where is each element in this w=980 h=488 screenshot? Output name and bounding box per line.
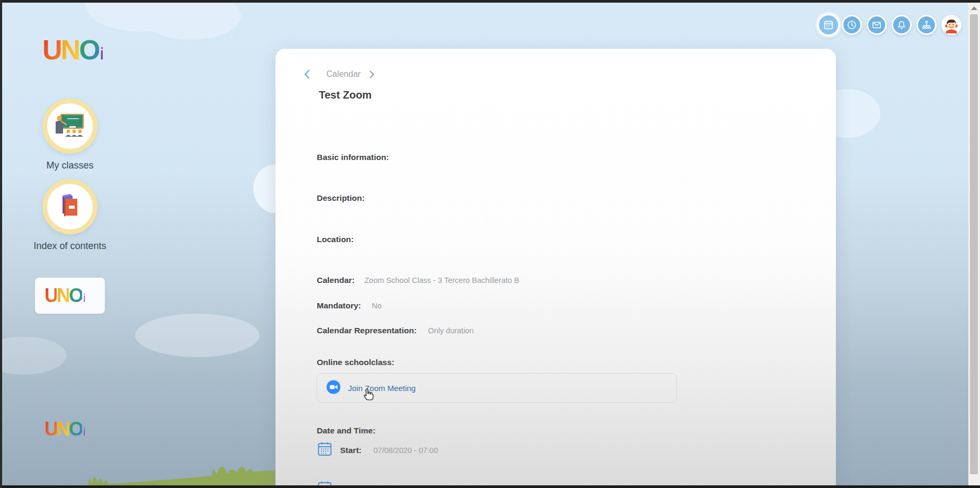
sidebar-item-label: Index of contents xyxy=(30,241,110,252)
event-detail-card: Calendar Test Zoom Basic information: De… xyxy=(275,49,836,488)
field-value-calendar: Zoom School Class - 3 Tercero Bachillera… xyxy=(364,276,519,285)
unoi-logo-decorative: UNOi xyxy=(44,286,85,305)
mouse-cursor-hand xyxy=(361,388,375,405)
profile-avatar[interactable] xyxy=(941,15,961,35)
sidebar-item-my-classes[interactable]: My classes xyxy=(30,99,110,171)
unoi-logo[interactable]: UNOi xyxy=(42,36,103,64)
field-label-calendar-representation: Calendar Representation: xyxy=(317,326,417,335)
breadcrumb-back-chevron-icon[interactable] xyxy=(303,69,311,79)
calendar-date-icon xyxy=(317,441,333,460)
join-zoom-meeting-label: Join Zoom Meeting xyxy=(348,384,416,393)
scrollbar-thumb[interactable] xyxy=(970,14,978,474)
breadcrumb-calendar-link[interactable]: Calendar xyxy=(326,69,361,79)
field-label-location: Location: xyxy=(317,235,354,244)
letterbox-bottom xyxy=(0,485,980,488)
cloud-shape xyxy=(135,314,260,357)
clock-icon[interactable] xyxy=(842,15,862,35)
cloud-shape xyxy=(140,0,241,40)
cloud-shape xyxy=(0,336,66,375)
sidebar-item-index-of-contents[interactable]: Index of contents xyxy=(30,179,110,252)
zoom-camera-icon xyxy=(326,380,341,396)
notifications-bell-icon[interactable] xyxy=(892,15,912,35)
field-label-mandatory: Mandatory: xyxy=(317,301,361,310)
start-label: Start: xyxy=(340,446,369,455)
field-value-mandatory: No xyxy=(372,301,382,310)
sidebar-item-label: My classes xyxy=(30,160,110,171)
field-label-date-and-time: Date and Time: xyxy=(317,426,376,436)
start-datetime-row: Start: 07/08/2020 - 07:00 xyxy=(317,441,438,460)
start-value: 07/08/2020 - 07:00 xyxy=(373,446,438,455)
grass-decoration xyxy=(73,455,306,488)
app-window: UNOi UNOi UNOi My classes xyxy=(0,0,980,488)
page-title: Test Zoom xyxy=(319,89,372,101)
mail-icon[interactable] xyxy=(867,15,887,35)
field-label-online-schoolclass: Online schoolclass: xyxy=(317,358,394,367)
breadcrumb: Calendar xyxy=(303,69,375,79)
breadcrumb-forward-chevron-icon[interactable] xyxy=(368,70,375,79)
field-label-calendar: Calendar: xyxy=(317,276,355,285)
unoi-logo-decorative: UNOi xyxy=(44,420,85,439)
scrollbar-track[interactable] xyxy=(968,3,980,485)
letterbox-left xyxy=(0,0,2,488)
calendar-icon[interactable] xyxy=(817,13,840,37)
field-label-basic-information: Basic information: xyxy=(317,153,389,162)
my-classes-icon xyxy=(42,99,97,154)
field-value-calendar-representation: Only duration xyxy=(428,326,474,335)
scrollbar-up-arrow[interactable] xyxy=(971,6,977,10)
letterbox-top xyxy=(0,0,980,3)
index-of-contents-icon xyxy=(42,179,97,234)
field-label-description: Description: xyxy=(317,193,364,203)
sitemap-icon[interactable] xyxy=(916,15,937,35)
